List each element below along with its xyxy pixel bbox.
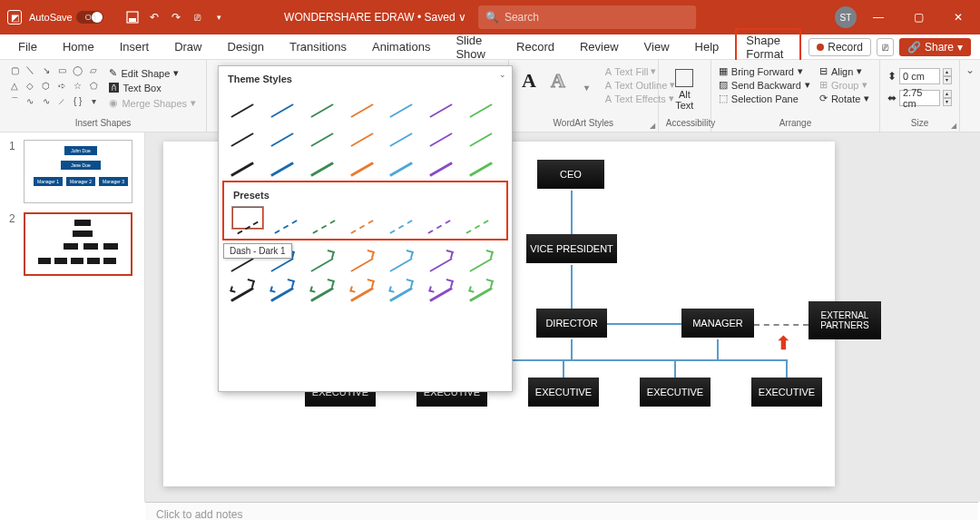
- tab-review[interactable]: Review: [571, 36, 628, 57]
- size-dialog-launcher[interactable]: ◢: [951, 122, 956, 130]
- tab-slideshow[interactable]: Slide Show: [446, 30, 500, 64]
- arrow-style-0-6[interactable]: [465, 244, 497, 268]
- preset-style-4[interactable]: [385, 206, 417, 230]
- width-value[interactable]: 2.75 cm: [899, 90, 940, 106]
- search-input[interactable]: [505, 11, 689, 24]
- arrow-style-0-5[interactable]: [425, 244, 457, 268]
- tab-animations[interactable]: Animations: [363, 36, 439, 57]
- search-box[interactable]: 🔍: [478, 5, 696, 29]
- theme-style-0-4[interactable]: [385, 90, 417, 113]
- org-director[interactable]: DIRECTOR: [536, 309, 607, 338]
- arrow-style-1-0[interactable]: [226, 273, 259, 297]
- preset-style-3[interactable]: [346, 206, 378, 230]
- redo-icon[interactable]: ↷: [169, 10, 183, 25]
- arrow-style-0-4[interactable]: [385, 244, 417, 268]
- tab-record[interactable]: Record: [507, 36, 564, 57]
- arrow-style-1-4[interactable]: [385, 273, 417, 297]
- tab-view[interactable]: View: [635, 36, 679, 57]
- theme-style-1-6[interactable]: [465, 119, 497, 142]
- dashed-connector[interactable]: [754, 324, 808, 326]
- present-icon[interactable]: ⎚: [191, 10, 205, 25]
- send-backward-button[interactable]: ▨ Send Backward ▾: [719, 79, 810, 91]
- save-icon[interactable]: [125, 10, 140, 25]
- theme-style-0-5[interactable]: [425, 90, 457, 113]
- bring-forward-button[interactable]: ▦ Bring Forward ▾: [719, 65, 810, 77]
- thumbnail-2[interactable]: [24, 212, 132, 276]
- user-avatar[interactable]: ST: [835, 6, 857, 28]
- theme-style-2-3[interactable]: [346, 148, 378, 172]
- undo-icon[interactable]: ↶: [147, 10, 162, 25]
- shapes-gallery[interactable]: ▢＼↘▭◯▱ △◇⬡➪☆⬠ ⌒∿∿⟋{ }▾: [7, 64, 101, 110]
- tab-design[interactable]: Design: [219, 36, 273, 57]
- arrow-style-1-5[interactable]: [425, 273, 457, 297]
- document-title[interactable]: WONDERSHARE EDRAW • Saved ∨: [284, 11, 466, 24]
- org-exec-5[interactable]: EXECUTIVE: [751, 378, 822, 407]
- theme-style-1-1[interactable]: [266, 119, 299, 142]
- theme-style-0-6[interactable]: [465, 90, 497, 113]
- record-button[interactable]: Record: [808, 38, 871, 56]
- align-button[interactable]: ⊟ Align ▾: [819, 65, 869, 77]
- maximize-button[interactable]: ▢: [900, 0, 936, 34]
- group-button[interactable]: ⊞ Group ▾: [819, 79, 869, 91]
- tab-transitions[interactable]: Transitions: [280, 36, 356, 57]
- org-exec-3[interactable]: EXECUTIVE: [528, 378, 599, 407]
- dropdown-chevron-icon[interactable]: ⌄: [499, 70, 506, 79]
- theme-style-1-2[interactable]: [306, 119, 338, 142]
- theme-style-1-5[interactable]: [425, 119, 457, 142]
- preset-style-0[interactable]: [231, 206, 264, 230]
- org-ceo[interactable]: CEO: [537, 160, 604, 189]
- present-dropdown[interactable]: ⎚: [877, 38, 894, 56]
- theme-style-0-0[interactable]: [226, 90, 259, 113]
- notes-pane[interactable]: Click to add notes: [145, 502, 978, 520]
- preset-style-2[interactable]: [308, 206, 340, 230]
- arrow-style-0-3[interactable]: [346, 244, 378, 268]
- tab-insert[interactable]: Insert: [111, 36, 159, 57]
- height-input[interactable]: ⬍0 cm▴▾: [887, 68, 952, 84]
- preset-style-1[interactable]: [270, 206, 302, 230]
- theme-style-1-4[interactable]: [385, 119, 417, 142]
- theme-style-0-2[interactable]: [306, 90, 338, 113]
- autosave-toggle[interactable]: AutoSave On: [29, 11, 118, 24]
- width-input[interactable]: ⬌2.75 cm▴▾: [887, 90, 952, 106]
- rotate-button[interactable]: ⟳ Rotate ▾: [819, 93, 869, 104]
- collapse-ribbon-icon[interactable]: ⌄: [960, 60, 980, 132]
- alt-text-button[interactable]: Alt Text: [666, 64, 703, 111]
- edit-shape-button[interactable]: ✎ Edit Shape ▾: [106, 66, 199, 80]
- theme-style-2-6[interactable]: [465, 148, 497, 172]
- close-button[interactable]: ✕: [940, 0, 976, 34]
- merge-shapes-button[interactable]: ◉ Merge Shapes ▾: [106, 96, 199, 110]
- thumbnail-1[interactable]: John Doe Jane Doe Manager 1 Manager 2 Ma…: [24, 140, 132, 203]
- theme-style-2-2[interactable]: [306, 148, 338, 172]
- preset-style-6[interactable]: [461, 206, 494, 230]
- tab-draw[interactable]: Draw: [165, 36, 211, 57]
- arrow-style-1-3[interactable]: [346, 273, 378, 297]
- height-value[interactable]: 0 cm: [899, 68, 940, 84]
- tab-help[interactable]: Help: [686, 36, 729, 57]
- arrow-style-1-1[interactable]: [266, 273, 299, 297]
- tab-home[interactable]: Home: [54, 36, 103, 57]
- arrow-style-0-2[interactable]: [306, 244, 338, 268]
- theme-style-2-5[interactable]: [425, 148, 457, 172]
- wordart-dialog-launcher[interactable]: ◢: [650, 122, 655, 130]
- qat-chevron-icon[interactable]: ▾: [212, 10, 227, 25]
- org-vp[interactable]: VICE PRESIDENT: [526, 234, 617, 263]
- selection-pane-button[interactable]: ⬚ Selection Pane: [719, 93, 810, 104]
- theme-style-0-3[interactable]: [346, 90, 378, 113]
- preset-style-5[interactable]: [423, 206, 456, 230]
- theme-style-2-0[interactable]: [226, 148, 259, 172]
- theme-style-0-1[interactable]: [266, 90, 299, 113]
- tab-file[interactable]: File: [9, 36, 46, 57]
- arrow-style-1-2[interactable]: [306, 273, 338, 297]
- arrow-style-1-6[interactable]: [465, 273, 497, 297]
- minimize-button[interactable]: —: [860, 0, 897, 34]
- theme-style-2-1[interactable]: [266, 148, 299, 172]
- theme-style-1-3[interactable]: [346, 119, 378, 142]
- org-exec-4[interactable]: EXECUTIVE: [640, 378, 710, 407]
- theme-style-2-4[interactable]: [385, 148, 417, 172]
- theme-style-1-0[interactable]: [226, 119, 259, 142]
- org-external[interactable]: EXTERNAL PARTNERS: [808, 301, 881, 339]
- share-button[interactable]: 🔗 Share ▾: [899, 38, 971, 56]
- org-manager[interactable]: MANAGER: [681, 309, 754, 338]
- text-box-button[interactable]: 🅰 Text Box: [106, 82, 199, 94]
- wordart-gallery[interactable]: A A ▾: [516, 64, 600, 104]
